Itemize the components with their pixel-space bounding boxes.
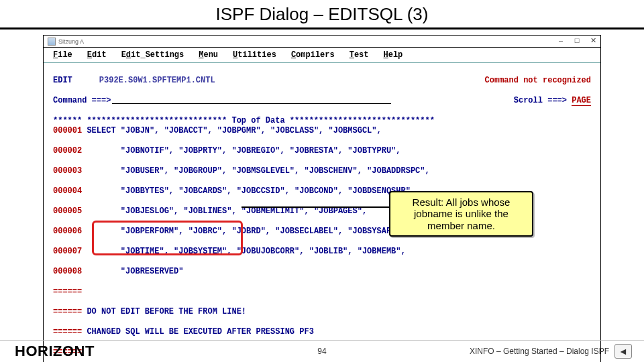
footer: HORIZONT 94 XINFO – Getting Started – Di… [0,341,644,362]
window-titlebar: Sitzung A – □ ✕ [44,36,600,48]
menu-file[interactable]: File [53,50,72,60]
line-4[interactable]: "JOBBYTES", "JOBCARDS", "JOBCCSID", "JOB… [87,186,415,196]
error-message: Command not recognized [485,76,591,86]
lineno-3: 000003 [53,166,87,176]
command-input[interactable] [112,96,391,104]
menu-bar: File Edit Edit_Settings Menu Utilities C… [44,48,600,62]
top-of-data: ****** ***************************** Top… [53,116,435,125]
callout-line-3: member name. [400,220,523,231]
warn-1-prefix: ====== [53,307,87,316]
title-rule [0,27,644,29]
page-number: 94 [317,347,326,356]
lineno-1: 000001 [53,126,87,135]
warn-2-prefix: ====== [53,327,87,337]
session-label: Sitzung A [58,38,84,45]
menu-menu[interactable]: Menu [199,50,218,60]
lineno-7: 000007 [53,247,87,256]
lineno-5: 000005 [53,206,87,216]
line-6[interactable]: "JOBPERFORM", "JOBRC", "JOBRD", "JOBSECL… [87,227,405,236]
menu-test[interactable]: Test [350,50,369,60]
lineno-2: 000002 [53,146,87,156]
dataset-name: P392E.S0W1.SPFTEMP1.CNTL [99,76,215,86]
callout-connector [241,206,389,208]
mode-label: EDIT [53,76,72,86]
warn-2: CHANGED SQL WILL BE EXECUTED AFTER PRESS… [87,327,313,337]
minimize-button[interactable]: – [556,36,566,45]
slide-title: ISPF Dialog – EDITSQL (3) [0,0,644,26]
line-1[interactable]: SELECT "JOBJN", "JOBACCT", "JOBPGMR", "J… [87,126,381,135]
line-2[interactable]: "JOBNOTIF", "JOBPRTY", "JOBREGIO", "JOBR… [87,146,400,156]
line-8[interactable]: "JOBRESERVED" [87,267,183,276]
app-icon [48,38,56,46]
menu-compilers[interactable]: Compilers [291,50,335,60]
sep-1: ====== [53,287,82,296]
lineno-4: 000004 [53,186,87,196]
maximize-button[interactable]: □ [572,36,582,45]
nav-back-button[interactable]: ◄ [614,344,632,359]
warn-1: DO NOT EDIT BEFORE THE FROM LINE! [87,307,246,316]
line-3[interactable]: "JOBUSER", "JOBGROUP", "JOBMSGLEVEL", "J… [87,166,429,176]
menu-edit-settings[interactable]: Edit_Settings [121,50,184,60]
line-5[interactable]: "JOBJESLOG", "JOBLINES", "JOBMEMLIMIT", … [87,206,367,216]
close-button[interactable]: ✕ [588,36,598,45]
lineno-8: 000008 [53,267,87,276]
scroll-value[interactable]: PAGE [572,96,591,106]
menu-help[interactable]: Help [384,50,403,60]
menu-edit[interactable]: Edit [87,50,107,60]
lineno-6: 000006 [53,227,87,236]
menu-utilities[interactable]: Utilities [233,50,276,60]
line-7[interactable]: "JOBTIME", "JOBSYSTEM", "JOBUJOBCORR", "… [87,247,405,256]
callout-box: Result: All jobs whose jobname is unlike… [389,191,533,237]
footer-caption: XINFO – Getting Started – Dialog ISPF [470,347,609,356]
command-label: Command ===> [53,96,111,106]
callout-line-2: jobname is unlike the [400,208,523,219]
scroll-label: Scroll ===> [514,96,567,105]
brand-logo: HORIZONT [15,343,95,360]
callout-line-1: Result: All jobs whose [400,196,523,208]
